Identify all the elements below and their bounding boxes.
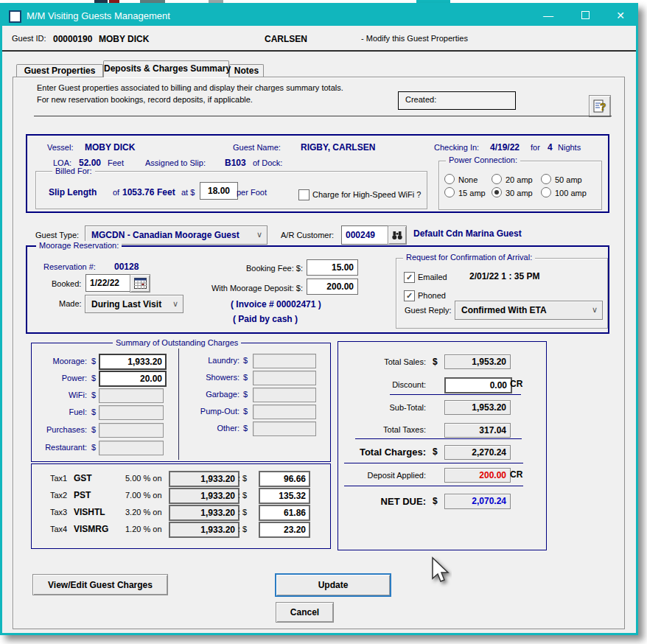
at-dollar-label: at $: [181, 188, 195, 197]
guest-id-label: Guest ID:: [12, 34, 46, 43]
divider: [355, 438, 522, 439]
of-label: of: [113, 188, 119, 197]
charge-label-other: Other:: [186, 424, 239, 433]
radio-power-20amp[interactable]: 20 amp: [492, 174, 533, 184]
phoned-label: Phoned: [418, 291, 446, 300]
subtotal-field: 1,953.20: [444, 400, 511, 415]
slip-length-label: Slip Length: [49, 187, 97, 197]
radio-power-15amp[interactable]: 15 amp: [444, 187, 486, 197]
slip-length-value: 1053.76: [122, 187, 154, 197]
billed-for-legend: Billed For:: [52, 167, 95, 175]
wifi-charge-label: Charge for High-Speed WiFi ?: [312, 190, 421, 199]
binoculars-icon: [391, 231, 403, 240]
discount-field[interactable]: 0.00: [444, 377, 512, 393]
charge-field-laundry: [253, 354, 316, 368]
tax-amount-field: 61.86: [259, 505, 310, 521]
dollar-sign: $: [243, 407, 248, 416]
cancel-button[interactable]: Cancel: [276, 602, 334, 623]
close-button[interactable]: ✕: [609, 5, 632, 26]
nights-label: Nights: [558, 143, 581, 152]
help-button[interactable]: ?: [589, 95, 611, 117]
tab-guest-properties[interactable]: Guest Properties: [16, 64, 103, 77]
intro-line-1: Enter Guest properties associated to bil…: [37, 83, 343, 92]
made-dropdown[interactable]: During Last Visit: [85, 295, 183, 313]
app-window-icon: [9, 10, 21, 23]
radio-power-30amp[interactable]: 30 amp: [492, 187, 533, 197]
dollar-sign: $: [433, 357, 438, 367]
reservation-number-label: Reservation #:: [43, 262, 96, 271]
radio-icon: [541, 174, 551, 184]
tax-number: Tax3: [50, 508, 67, 517]
ar-customer-input[interactable]: 000249: [341, 225, 388, 245]
moorage-deposit-input[interactable]: 200.00: [307, 279, 358, 295]
radio-power-50amp[interactable]: 50 amp: [541, 174, 582, 184]
help-icon: ?: [592, 99, 607, 113]
dollar-sign: $: [243, 390, 248, 399]
charge-field-fuel: [99, 405, 164, 420]
power-connection-legend: Power Connection:: [446, 155, 520, 164]
radio-power-100amp[interactable]: 100 amp: [541, 187, 587, 197]
radio-icon: [444, 187, 455, 197]
tax-base-field: 1,933.20: [169, 488, 239, 504]
created-label: Created:: [405, 95, 436, 104]
deposit-applied-label: Deposit Applied:: [349, 471, 426, 480]
mouse-cursor: [430, 556, 452, 587]
emailed-checkbox[interactable]: ✓: [404, 272, 415, 283]
vessel-name: MOBY DICK: [85, 142, 135, 153]
charge-label-moorage: Moorage:: [35, 357, 87, 365]
tax-amount-field: 135.32: [259, 488, 310, 504]
phoned-checkbox[interactable]: ✓: [404, 290, 415, 301]
total-charges-label: Total Charges:: [334, 447, 426, 458]
guest-reply-dropdown[interactable]: Confirmed With ETA: [455, 301, 603, 320]
emailed-datetime: 2/01/22 1 : 35 PM: [469, 271, 539, 281]
tax-base-field: 1,933.20: [169, 471, 239, 487]
calendar-icon: [134, 278, 147, 289]
for-label: for: [531, 143, 540, 152]
moorage-deposit-label: With Moorage Deposit: $:: [190, 284, 303, 293]
divider: [178, 349, 179, 460]
ar-customer-search-button[interactable]: [388, 225, 407, 245]
dock-label: of Dock:: [253, 158, 282, 167]
ar-customer-label: A/R Customer:: [281, 231, 334, 239]
charge-field-wifi: [99, 388, 164, 403]
tax-separator: : $: [238, 525, 247, 533]
cr-label: CR: [510, 469, 522, 480]
loa-unit: Feet: [108, 158, 124, 167]
confirmation-legend: Request for Confirmation of Arrival:: [403, 253, 535, 262]
cr-label: CR: [510, 379, 522, 389]
dollar-sign: $: [91, 391, 96, 399]
update-button[interactable]: Update: [275, 573, 391, 597]
radio-icon: [541, 187, 551, 197]
wifi-charge-checkbox[interactable]: [298, 189, 309, 200]
title-bar[interactable]: M/M Visiting Guests Management — ✕: [2, 5, 636, 26]
booking-fee-input[interactable]: 15.00: [307, 259, 358, 276]
charge-label-laundry: Laundry:: [186, 356, 239, 365]
tax-number: Tax2: [50, 491, 67, 500]
total-taxes-field: 317.04: [444, 423, 511, 438]
calendar-button[interactable]: [130, 274, 150, 293]
booked-date-input[interactable]: 1/22/22: [85, 274, 133, 292]
svg-text:?: ?: [600, 101, 606, 113]
tab-deposits-charges-summary[interactable]: Deposits & Charges Summary: [103, 60, 229, 77]
maximize-button[interactable]: [574, 5, 596, 26]
reservation-number: 00128: [114, 262, 139, 272]
view-edit-guest-charges-button[interactable]: View/Edit Guest Charges: [32, 574, 168, 595]
ar-customer-description: Default Cdn Marina Guest: [413, 228, 522, 239]
rate-per-foot-input[interactable]: 18.00: [200, 182, 238, 200]
guest-reply-label: Guest Reply:: [405, 306, 452, 315]
booked-label: Booked:: [52, 279, 81, 288]
minimize-button[interactable]: —: [537, 5, 559, 26]
tab-notes[interactable]: Notes: [229, 64, 264, 77]
tax-separator: : $: [238, 491, 247, 500]
charge-field-garbage: [253, 388, 316, 402]
header-mode-text: - Modify this Guest Properties: [361, 34, 468, 43]
tax-number: Tax1: [50, 474, 67, 483]
dollar-sign: $: [91, 357, 96, 365]
divider: [34, 116, 612, 116]
tax-rate: 7.00 % on: [125, 491, 162, 500]
radio-power-none[interactable]: None: [444, 174, 478, 184]
chevron-down-icon: [592, 305, 598, 315]
tax-rate: 5.00 % on: [125, 474, 162, 483]
total-charges-field: 2,270.24: [444, 445, 511, 460]
deposit-applied-field: 200.00: [444, 468, 511, 483]
